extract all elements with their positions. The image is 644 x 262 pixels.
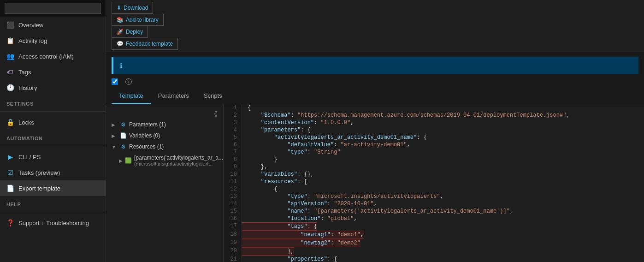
- include-params-info-icon[interactable]: i: [125, 78, 132, 85]
- search-input[interactable]: [5, 3, 101, 14]
- tab-scripts[interactable]: Scripts: [196, 89, 230, 104]
- code-line: 6 "defaultValue": "ar-activity-demo01",: [224, 141, 644, 149]
- add-to-library-label: Add to library: [126, 17, 159, 23]
- tags-icon: 🏷: [6, 68, 14, 76]
- code-line: 4 "parameters": {: [224, 126, 644, 134]
- sidebar-section-section-automation: Automation: [0, 130, 106, 143]
- sidebar: ⬛Overview📋Activity log👥Access control (I…: [0, 0, 106, 262]
- sidebar-item-tasks[interactable]: ☑Tasks (preview): [0, 165, 106, 180]
- sidebar-item-history[interactable]: 🕐History: [0, 80, 106, 95]
- add-to-library-button[interactable]: 📚Add to library: [112, 14, 164, 26]
- code-line: 9 },: [224, 163, 644, 171]
- locks-icon: 🔒: [6, 119, 14, 126]
- line-number: 11: [224, 178, 242, 185]
- line-number: 4: [224, 126, 242, 134]
- code-line: 13 "type": "microsoft.insights/activityl…: [224, 193, 644, 200]
- code-line: 19 "newtag2": "demo2": [224, 239, 644, 247]
- code-line: 5 "activitylogalerts_ar_activity_demo01_…: [224, 134, 644, 141]
- line-number: 10: [224, 171, 242, 178]
- parameters-node-chevron: ▶: [112, 122, 117, 127]
- tree-node-resource-child[interactable]: ▶🟩[parameters('activitylogalerts_ar_a...…: [106, 152, 223, 169]
- info-banner: ℹ: [112, 57, 638, 74]
- sidebar-divider: [0, 146, 106, 146]
- tree-node-variables-node[interactable]: ▶📄Variables (0): [106, 130, 223, 141]
- line-content: "parameters": {: [242, 126, 311, 134]
- sidebar-label-export-template: Export template: [18, 185, 60, 192]
- support-icon: ❓: [6, 219, 14, 226]
- parameters-node-label: Parameters (1): [129, 121, 166, 128]
- sidebar-label-locks: Locks: [18, 119, 34, 126]
- line-number: 15: [224, 208, 242, 215]
- code-line: 20 },: [224, 247, 644, 256]
- code-line: 16 "location": "global",: [224, 215, 644, 222]
- line-content: "newtag1": "demo1",: [242, 231, 364, 239]
- line-content: {: [242, 185, 278, 193]
- deploy-icon: 🚀: [117, 29, 124, 35]
- line-content: "type": "microsoft.insights/activityloga…: [242, 193, 443, 200]
- line-content: "activitylogalerts_ar_activity_demo01_na…: [242, 134, 427, 141]
- tab-template[interactable]: Template: [112, 89, 151, 104]
- info-icon: ℹ: [120, 62, 122, 69]
- main-content: ⬇Download📚Add to library🚀Deploy💬Feedback…: [106, 0, 644, 262]
- include-params-checkbox[interactable]: [112, 78, 118, 85]
- search-container: [0, 0, 106, 17]
- sidebar-item-access-control[interactable]: 👥Access control (IAM): [0, 48, 106, 64]
- tab-parameters[interactable]: Parameters: [151, 89, 196, 104]
- variables-node-icon: 📄: [119, 132, 127, 139]
- collapse-tree-button[interactable]: ⟪: [212, 109, 219, 118]
- tree-node-resources-node[interactable]: ▼⚙Resources (1): [106, 141, 223, 152]
- line-number: 1: [224, 104, 242, 112]
- feedback-label: Feedback template: [126, 41, 173, 47]
- deploy-button[interactable]: 🚀Deploy: [112, 26, 148, 38]
- tasks-icon: ☑: [6, 169, 14, 176]
- code-line: 1{: [224, 104, 644, 112]
- line-content: "newtag2": "demo2": [242, 239, 360, 247]
- code-line: 14 "apiVersion": "2020-10-01",: [224, 200, 644, 208]
- sidebar-divider: [0, 212, 106, 212]
- access-control-icon: 👥: [6, 53, 14, 60]
- line-number: 7: [224, 149, 242, 156]
- code-line: 8 }: [224, 156, 644, 163]
- line-number: 2: [224, 112, 242, 119]
- feedback-icon: 💬: [117, 41, 124, 47]
- sidebar-label-support: Support + Troubleshooting: [18, 220, 89, 226]
- line-content: "$schema": "https://schema.management.az…: [242, 112, 570, 119]
- tabs-container: TemplateParametersScripts: [106, 85, 644, 104]
- resource-child-icon: 🟩: [125, 157, 132, 164]
- line-content: "defaultValue": "ar-activity-demo01",: [242, 141, 410, 149]
- line-content: "type": "String": [242, 149, 341, 156]
- sidebar-item-support[interactable]: ❓Support + Troubleshooting: [0, 215, 106, 231]
- line-number: 12: [224, 185, 242, 193]
- line-content: "name": "[parameters('activitylogalerts_…: [242, 208, 513, 215]
- download-icon: ⬇: [117, 5, 121, 11]
- sidebar-label-history: History: [18, 84, 37, 91]
- sidebar-label-overview: Overview: [18, 22, 43, 29]
- code-line: 18 "newtag1": "demo1",: [224, 231, 644, 239]
- line-number: 9: [224, 163, 242, 171]
- code-line: 3 "contentVersion": "1.0.0.0",: [224, 119, 644, 126]
- sidebar-item-activity-log[interactable]: 📋Activity log: [0, 33, 106, 48]
- line-content: },: [242, 247, 294, 256]
- resources-node-label: Resources (1): [129, 143, 164, 150]
- line-content: {: [242, 104, 251, 112]
- sidebar-item-tags[interactable]: 🏷Tags: [0, 64, 106, 80]
- overview-icon: ⬛: [6, 21, 14, 29]
- tree-node-parameters-node[interactable]: ▶⚙Parameters (1): [106, 119, 223, 130]
- code-line: 15 "name": "[parameters('activitylogaler…: [224, 208, 644, 215]
- line-number: 19: [224, 239, 242, 247]
- feedback-button[interactable]: 💬Feedback template: [112, 38, 178, 50]
- download-button[interactable]: ⬇Download: [112, 2, 153, 14]
- code-panel[interactable]: 1{2 "$schema": "https://schema.managemen…: [224, 104, 644, 262]
- resources-node-chevron: ▼: [112, 144, 117, 149]
- sidebar-item-export-template[interactable]: 📄Export template: [0, 180, 106, 196]
- line-number: 16: [224, 215, 242, 222]
- sidebar-section-section-help: Help: [0, 196, 106, 209]
- sidebar-label-tags: Tags: [18, 69, 31, 76]
- code-line: 10 "variables": {},: [224, 171, 644, 178]
- sidebar-item-cli-ps[interactable]: ▶CLI / PS: [0, 149, 106, 165]
- parameters-node-icon: ⚙: [119, 121, 127, 128]
- tree-collapse-control: ⟪: [106, 108, 223, 119]
- add-to-library-icon: 📚: [117, 17, 124, 23]
- sidebar-item-locks[interactable]: 🔒Locks: [0, 114, 106, 130]
- sidebar-item-overview[interactable]: ⬛Overview: [0, 17, 106, 33]
